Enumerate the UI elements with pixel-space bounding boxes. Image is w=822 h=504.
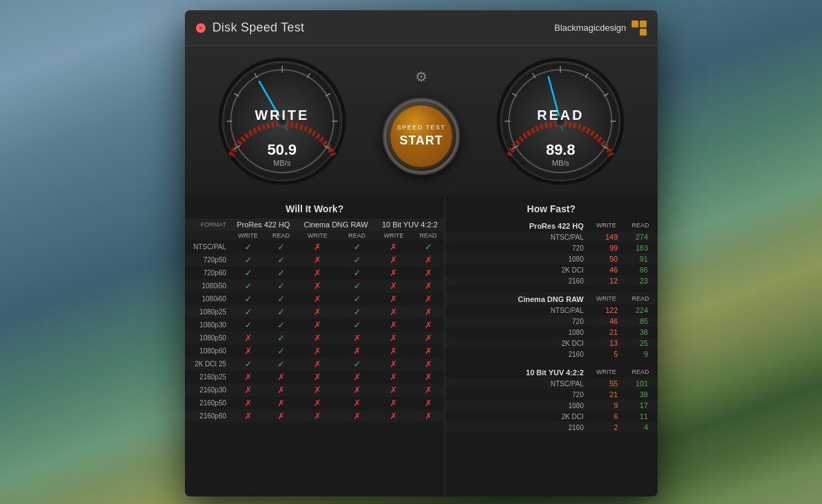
check-cell: ✗ (412, 266, 445, 279)
table-row: 1080p50✗✓✗✗✗✗ (185, 331, 445, 344)
table-row: NTSC/PAL✓✓✗✓✗✓ (185, 240, 445, 253)
row-label: 1080 (445, 400, 590, 411)
table-row: 72099183 (445, 242, 658, 253)
write-value: 46 (589, 316, 623, 327)
check-no: ✗ (245, 333, 252, 343)
brand-area: Blackmagicdesign (554, 21, 647, 36)
check-no: ✗ (390, 242, 397, 252)
check-no: ✗ (277, 385, 285, 395)
prores-header: ProRes 422 HQ (230, 218, 296, 231)
check-yes: ✓ (245, 268, 252, 278)
table-row: 2K DCI 25✓✓✗✓✗✗ (185, 357, 445, 370)
check-no: ✗ (353, 398, 361, 408)
brand-name: Blackmagicdesign (554, 23, 626, 33)
check-no: ✗ (314, 333, 321, 343)
check-yes: ✓ (277, 346, 285, 356)
check-yes: ✓ (353, 255, 361, 265)
check-yes: ✓ (245, 255, 252, 265)
format-cell: 2160p25 (185, 370, 230, 383)
row-label: 2160 (445, 275, 590, 286)
check-no: ✗ (390, 333, 397, 343)
check-cell: ✗ (297, 357, 339, 370)
gauge-section: WRITE 50.9 MB/s ⚙ SPEED TEST START (185, 46, 658, 197)
read-value: 25 (623, 338, 658, 349)
check-cell: ✗ (297, 344, 339, 357)
check-yes: ✓ (277, 333, 285, 343)
read-value: 9 (623, 349, 658, 360)
format-cell: 2160p50 (185, 396, 230, 410)
check-cell: ✗ (297, 305, 339, 318)
section-name-row: Cinema DNG RAWWRITEREAD (445, 292, 658, 305)
check-cell: ✗ (375, 344, 412, 357)
check-cell: ✗ (230, 331, 265, 344)
how-fast-panel: How Fast? ProRes 422 HQWRITEREADNTSC/PAL… (445, 197, 658, 496)
check-yes: ✓ (425, 242, 432, 252)
row-label: NTSC/PAL (445, 231, 590, 242)
data-section: Will It Work? FORMAT ProRes 422 HQ Cinem… (185, 197, 658, 496)
write-value: 50.9 MB/s (267, 141, 297, 167)
write-value: 21 (589, 389, 623, 400)
table-row: 10805091 (445, 253, 658, 264)
check-cell: ✗ (375, 318, 412, 331)
check-cell: ✗ (230, 370, 265, 383)
check-cell: ✗ (297, 383, 339, 396)
check-no: ✗ (314, 242, 321, 252)
check-cell: ✓ (266, 266, 297, 279)
check-cell: ✗ (412, 253, 445, 266)
table-row: 720p50✓✓✗✓✗✗ (185, 253, 445, 266)
table-row: 7202138 (445, 389, 658, 400)
check-cell: ✓ (338, 357, 375, 370)
format-header: FORMAT (185, 218, 230, 231)
check-yes: ✓ (245, 281, 252, 291)
close-button[interactable]: × (196, 23, 206, 33)
table-row: 2160p60✗✗✗✗✗✗ (185, 410, 445, 423)
read-header: READ (623, 365, 658, 378)
format-cell: 1080p25 (185, 305, 230, 318)
check-cell: ✗ (338, 331, 375, 344)
check-no: ✗ (425, 294, 432, 304)
table-row: 7204685 (445, 316, 658, 327)
check-cell: ✓ (230, 279, 265, 292)
check-yes: ✓ (277, 242, 285, 252)
brand-sq-1 (632, 21, 638, 27)
check-no: ✗ (390, 346, 397, 356)
check-no: ✗ (353, 333, 361, 343)
format-cell: NTSC/PAL (185, 240, 230, 253)
check-no: ✗ (245, 398, 252, 408)
check-cell: ✗ (338, 370, 375, 383)
table-row: 1080p30✓✓✗✓✗✗ (185, 318, 445, 331)
check-no: ✗ (425, 346, 432, 356)
check-cell: ✗ (230, 344, 265, 357)
row-label: 720 (445, 389, 590, 400)
start-text: SPEED TEST START (397, 123, 446, 149)
check-no: ✗ (245, 411, 252, 421)
check-yes: ✓ (277, 307, 285, 317)
check-cell: ✓ (412, 240, 445, 253)
settings-icon[interactable]: ⚙ (415, 68, 427, 85)
check-cell: ✗ (375, 396, 412, 410)
check-no: ✗ (390, 268, 397, 278)
check-yes: ✓ (245, 242, 252, 252)
table-row: 1080i50✓✓✗✓✗✗ (185, 279, 445, 292)
write-value: 5 (589, 349, 623, 360)
check-no: ✗ (314, 320, 321, 330)
start-button[interactable]: SPEED TEST START (384, 99, 459, 174)
check-cell: ✓ (266, 344, 297, 357)
table-row: 1080p60✗✓✗✗✗✗ (185, 344, 445, 357)
check-yes: ✓ (353, 268, 361, 278)
check-no: ✗ (390, 385, 397, 395)
write-value: 55 (589, 378, 623, 389)
write-unit: MB/s (267, 159, 297, 167)
read-value: 4 (623, 422, 658, 433)
section-name: 10 Bit YUV 4:2:2 (445, 365, 590, 378)
check-no: ✗ (314, 385, 321, 395)
row-label: 720 (445, 316, 590, 327)
read-value: 17 (623, 400, 658, 411)
sub-r2: READ (338, 231, 375, 240)
check-no: ✗ (425, 307, 432, 317)
check-no: ✗ (390, 398, 397, 408)
how-fast-header: How Fast? (445, 197, 658, 218)
check-cell: ✗ (412, 305, 445, 318)
table-row: 2K DCI4686 (445, 264, 658, 275)
check-cell: ✗ (338, 396, 375, 410)
